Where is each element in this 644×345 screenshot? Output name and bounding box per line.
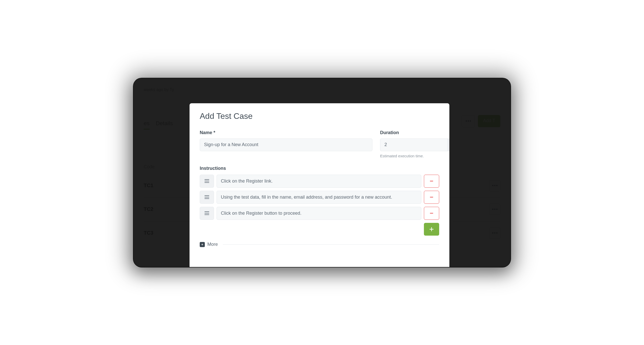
duration-unit: min	[448, 138, 449, 151]
remove-instruction-button[interactable]	[424, 207, 439, 220]
minus-icon	[429, 179, 434, 183]
instructions-label: Instructions	[200, 166, 439, 171]
modal-title: Add Test Case	[200, 111, 439, 121]
plus-square-icon	[200, 242, 205, 247]
instructions-list	[200, 175, 439, 220]
more-label: More	[207, 242, 218, 247]
more-toggle[interactable]: More	[200, 242, 439, 247]
drag-handle[interactable]	[200, 175, 214, 188]
minus-icon	[429, 195, 434, 199]
drag-icon	[205, 195, 209, 199]
app-window: weeks ago by Ty es Details Add T Code TC…	[133, 78, 511, 267]
plus-icon	[429, 227, 434, 232]
instruction-input[interactable]	[217, 191, 421, 204]
drag-handle[interactable]	[200, 191, 214, 204]
duration-input[interactable]	[380, 138, 448, 151]
drag-icon	[205, 179, 209, 183]
add-instruction-button[interactable]	[424, 223, 439, 236]
name-label: Name *	[200, 130, 372, 135]
name-input[interactable]	[200, 138, 372, 151]
instruction-input[interactable]	[217, 175, 421, 188]
drag-handle[interactable]	[200, 207, 214, 220]
instruction-row	[200, 191, 439, 204]
duration-help: Estimated execution time.	[380, 154, 439, 158]
instruction-row	[200, 175, 439, 188]
instruction-row	[200, 207, 439, 220]
instruction-input[interactable]	[217, 207, 421, 220]
duration-label: Duration	[380, 130, 439, 135]
remove-instruction-button[interactable]	[424, 191, 439, 204]
add-test-case-modal: Add Test Case Name * Duration min Estima…	[190, 103, 449, 267]
minus-icon	[429, 211, 434, 215]
remove-instruction-button[interactable]	[424, 175, 439, 188]
drag-icon	[205, 211, 209, 215]
